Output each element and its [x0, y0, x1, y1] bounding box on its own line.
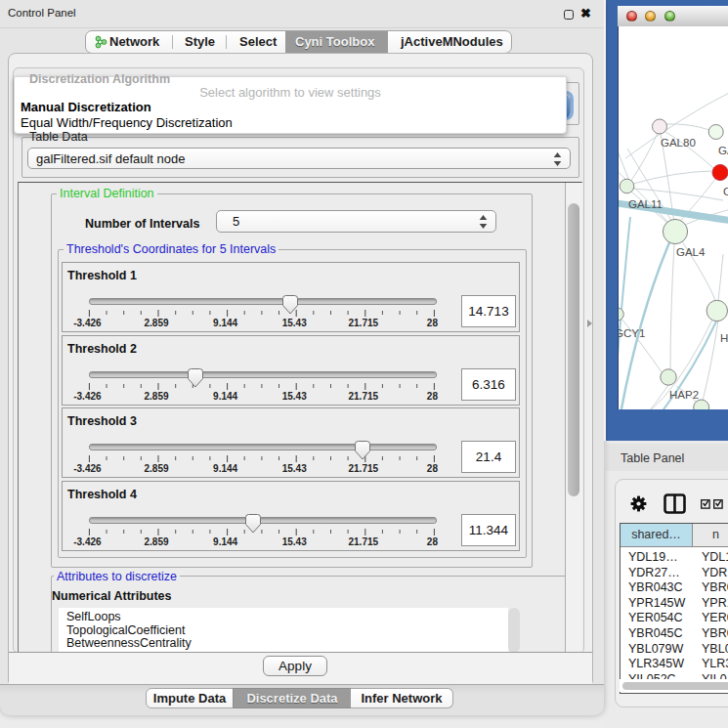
svg-text:GA: GA — [718, 145, 728, 156]
svg-text:GAL4: GAL4 — [676, 246, 706, 258]
svg-text:GAL11: GAL11 — [628, 198, 663, 210]
svg-text:C: C — [723, 186, 728, 197]
svg-text:H: H — [720, 332, 728, 344]
svg-text:HAP2: HAP2 — [669, 389, 699, 401]
svg-text:GCY1: GCY1 — [619, 327, 645, 339]
svg-text:GAL80: GAL80 — [661, 137, 696, 149]
